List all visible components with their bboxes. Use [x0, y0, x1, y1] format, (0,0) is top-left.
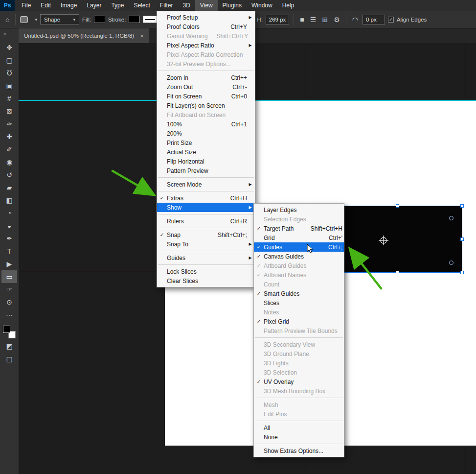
view-menu-item-fit-layers-on-screen[interactable]: Fit Layer(s) on Screen — [157, 101, 255, 110]
screen-mode-button[interactable]: ▢ — [1, 353, 17, 365]
view-menu-item-fit-on-screen[interactable]: Fit on ScreenCtrl+0 — [157, 92, 255, 101]
clone-stamp-tool[interactable]: ◉ — [1, 156, 17, 168]
corner-radius-handle[interactable] — [449, 216, 453, 220]
show-item-show-extras-options[interactable]: Show Extras Options... — [254, 446, 344, 455]
crop-tool[interactable]: # — [1, 92, 17, 105]
hand-tool[interactable]: ☞ — [1, 283, 17, 296]
edit-toolbar-button[interactable]: ⋯ — [1, 308, 17, 321]
move-tool[interactable]: ✥ — [1, 41, 17, 54]
show-item-all[interactable]: All — [254, 423, 344, 432]
view-menu-item-snap[interactable]: ✓SnapShift+Ctrl+; — [157, 230, 255, 239]
view-menu-item-show[interactable]: Show▶ — [157, 203, 255, 212]
menu-layer[interactable]: Layer — [82, 0, 106, 11]
menu-item-label: Artboard Guides — [264, 262, 306, 269]
menu-help[interactable]: Help — [277, 0, 299, 11]
corner-radius-handle[interactable] — [449, 261, 453, 265]
menu-view[interactable]: View — [195, 0, 218, 11]
view-menu-item-guides[interactable]: Guides▶ — [157, 253, 255, 262]
menu-window[interactable]: Window — [247, 0, 277, 11]
foreground-color-swatch[interactable] — [3, 326, 10, 333]
quick-mask-button[interactable]: ◩ — [1, 340, 17, 353]
stroke-swatch[interactable] — [129, 16, 140, 23]
view-menu-item-pattern-preview[interactable]: Pattern Preview — [157, 166, 255, 175]
view-menu-item-proof-colors[interactable]: Proof ColorsCtrl+Y — [157, 22, 255, 31]
show-item-guides[interactable]: ✓GuidesCtrl+; — [254, 242, 344, 252]
stroke-style-preview[interactable] — [143, 16, 157, 23]
view-menu-item-actual-size[interactable]: Actual Size — [157, 147, 255, 157]
home-button[interactable]: ⌂ — [4, 16, 11, 24]
view-menu-item-extras[interactable]: ✓ExtrasCtrl+H — [157, 193, 255, 203]
view-menu-item-flip-horizontal[interactable]: Flip Horizontal — [157, 157, 255, 166]
transform-handle[interactable] — [460, 204, 464, 208]
view-menu-item-zoom-out[interactable]: Zoom OutCtrl+- — [157, 82, 255, 92]
show-item-slices[interactable]: Slices — [254, 298, 344, 308]
transform-handle[interactable] — [460, 271, 464, 274]
view-menu-item-rulers[interactable]: RulersCtrl+R — [157, 216, 255, 226]
menu-select[interactable]: Select — [129, 0, 155, 11]
reference-point-icon[interactable] — [378, 235, 389, 246]
gear-icon[interactable]: ⚙ — [332, 16, 341, 24]
tool-preset-picker[interactable]: ▾ — [20, 16, 37, 23]
show-item-smart-guides[interactable]: ✓Smart Guides — [254, 289, 344, 298]
menu-image[interactable]: Image — [56, 0, 82, 11]
rectangle-shape-layer[interactable] — [333, 206, 462, 273]
toolbar-collapse-icon[interactable]: » — [0, 28, 19, 41]
show-item-layer-edges[interactable]: Layer Edges — [254, 205, 344, 214]
tool-mode-dropdown[interactable]: Shape ▾ — [40, 14, 79, 24]
path-arrangement-button[interactable]: ⊞ — [320, 16, 329, 24]
blur-tool[interactable]: ◔ — [1, 207, 17, 219]
pen-tool[interactable]: ✒ — [1, 232, 17, 245]
align-edges-checkbox[interactable]: ✓ — [388, 17, 394, 23]
rectangle-tool[interactable]: ▭ — [1, 270, 17, 283]
transform-handle[interactable] — [396, 204, 399, 208]
corner-radius-field[interactable]: 0 px — [363, 15, 385, 24]
view-menu-item-zoom-in[interactable]: Zoom InCtrl++ — [157, 73, 255, 82]
menu-item-label: Mesh — [264, 402, 278, 408]
show-item-grid[interactable]: GridCtrl+' — [254, 233, 344, 242]
fill-swatch[interactable] — [94, 16, 105, 23]
gradient-tool[interactable]: ◧ — [1, 194, 17, 207]
show-item-canvas-guides[interactable]: ✓Canvas Guides — [254, 252, 344, 261]
transform-handle[interactable] — [396, 271, 399, 274]
menu-type[interactable]: Type — [106, 0, 129, 11]
transform-handle[interactable] — [460, 237, 464, 241]
show-item-target-path[interactable]: ✓Target PathShift+Ctrl+H — [254, 224, 344, 233]
view-menu-item-proof-setup[interactable]: Proof Setup▶ — [157, 13, 255, 22]
guide-vertical[interactable] — [465, 43, 465, 474]
view-menu-item-200-percent[interactable]: 200% — [157, 129, 255, 138]
eyedropper-tool[interactable]: ✑ — [1, 118, 17, 130]
menu-plugins[interactable]: Plugins — [218, 0, 247, 11]
eraser-tool[interactable]: ▰ — [1, 181, 17, 194]
rectangular-marquee-tool[interactable]: ▢ — [1, 54, 17, 67]
show-item-none[interactable]: None — [254, 432, 344, 442]
color-swatches[interactable] — [1, 324, 17, 340]
history-brush-tool[interactable]: ↺ — [1, 168, 17, 181]
view-menu-item-clear-slices[interactable]: Clear Slices — [157, 276, 255, 285]
path-selection-tool[interactable]: ▶ — [1, 258, 17, 270]
zoom-tool[interactable]: ⊙ — [1, 296, 17, 308]
show-item-pixel-grid[interactable]: ✓Pixel Grid — [254, 317, 344, 326]
healing-brush-tool[interactable]: ✚ — [1, 130, 17, 143]
view-menu-item-print-size[interactable]: Print Size — [157, 138, 255, 147]
view-menu-item-lock-slices[interactable]: Lock Slices — [157, 267, 255, 276]
menu-3d[interactable]: 3D — [178, 0, 195, 11]
menu-filter[interactable]: Filter — [155, 0, 178, 11]
height-field[interactable]: 269 px — [266, 15, 290, 24]
lasso-tool[interactable]: ℧ — [1, 67, 17, 79]
path-operations-button[interactable]: ■ — [298, 16, 305, 24]
view-menu-item-screen-mode[interactable]: Screen Mode▶ — [157, 180, 255, 189]
object-selection-tool[interactable]: ▣ — [1, 79, 17, 92]
dodge-tool[interactable]: ◒ — [1, 219, 17, 232]
menu-file[interactable]: File — [17, 0, 36, 11]
frame-tool[interactable]: ⊠ — [1, 105, 17, 118]
document-tab[interactable]: Untitled-1.psd @ 50% (Rectangle 1, RGB/8… — [19, 28, 149, 43]
view-menu-item-snap-to[interactable]: Snap To▶ — [157, 239, 255, 249]
show-item-uv-overlay[interactable]: ✓UV Overlay — [254, 377, 344, 386]
menu-edit[interactable]: Edit — [36, 0, 56, 11]
view-menu-item-pixel-aspect-ratio[interactable]: Pixel Aspect Ratio▶ — [157, 41, 255, 50]
close-icon[interactable]: × — [140, 32, 144, 40]
type-tool[interactable]: T — [1, 245, 17, 258]
path-alignment-button[interactable]: ☰ — [309, 16, 318, 24]
view-menu-item-100-percent[interactable]: 100%Ctrl+1 — [157, 119, 255, 129]
brush-tool[interactable]: ✐ — [1, 143, 17, 156]
